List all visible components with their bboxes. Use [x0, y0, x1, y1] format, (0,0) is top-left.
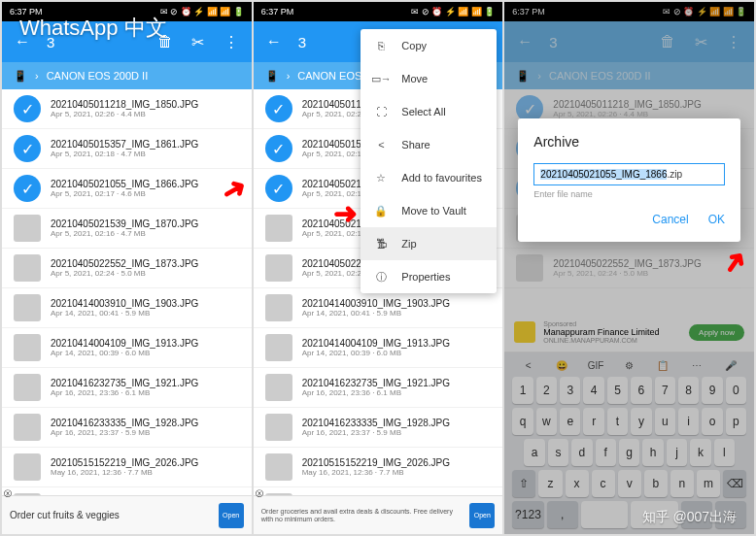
archive-dialog: Archive 20210405021055_IMG_1866.zip Ente…: [518, 118, 740, 242]
input-hint: Enter file name: [533, 189, 725, 199]
file-item[interactable]: 20210416233335_IMG_1928.JPG Apr 16, 2021…: [254, 408, 503, 448]
file-meta: Apr 14, 2021, 00:41 · 5.9 MB: [302, 309, 492, 318]
file-thumbnail: [265, 374, 292, 401]
device-icon: 📱: [14, 70, 27, 83]
file-item[interactable]: 20210416233335_IMG_1928.JPG Apr 16, 2021…: [2, 408, 252, 448]
device-icon: 📱: [265, 70, 279, 83]
trash-icon[interactable]: 🗑: [156, 33, 174, 50]
ad-close-icon[interactable]: ⓧ: [4, 488, 14, 498]
menu-item-add-to-favourites[interactable]: ☆Add to favourites: [361, 161, 497, 194]
chevron-icon: ›: [35, 70, 39, 82]
ad-close-icon[interactable]: ⓧ: [256, 488, 265, 498]
file-item[interactable]: 20210515152219_IMG_2026.JPG May 16, 2021…: [254, 448, 503, 487]
cancel-button[interactable]: Cancel: [652, 213, 688, 226]
menu-label: Properties: [401, 271, 450, 283]
file-meta: Apr 5, 2021, 02:16 · 4.7 MB: [51, 229, 240, 238]
file-item[interactable]: 20210414004109_IMG_1913.JPG Apr 14, 2021…: [254, 328, 503, 368]
file-meta: Apr 16, 2021, 23:36 · 6.1 MB: [302, 388, 492, 397]
ad-title: Order groceries and avail extra deals & …: [261, 508, 464, 522]
menu-label: Zip: [401, 238, 416, 250]
file-name: 20210414004109_IMG_1913.JPG: [302, 338, 492, 349]
file-meta: Apr 16, 2021, 23:37 · 5.9 MB: [51, 428, 240, 437]
file-item[interactable]: ✓ 20210405015357_IMG_1861.JPG Apr 5, 202…: [2, 129, 252, 169]
menu-item-properties[interactable]: ⓘProperties: [361, 260, 497, 293]
file-item[interactable]: ✓ 20210405021055_IMG_1866.JPG Apr 5, 202…: [2, 169, 252, 209]
file-meta: Apr 5, 2021, 02:26 · 4.4 MB: [51, 110, 240, 118]
ok-button[interactable]: OK: [708, 213, 725, 226]
menu-item-share[interactable]: <Share: [361, 128, 497, 161]
back-icon[interactable]: ←: [14, 33, 31, 50]
file-item[interactable]: 20210416232735_IMG_1921.JPG Apr 16, 2021…: [254, 368, 503, 408]
menu-label: Move to Vault: [401, 205, 465, 217]
file-thumbnail: [14, 414, 41, 441]
properties-icon: ⓘ: [374, 270, 388, 284]
file-name: 20210405022552_IMG_1873.JPG: [51, 258, 240, 269]
input-extension: .zip: [667, 169, 682, 180]
breadcrumb[interactable]: 📱 › CANON EOS 200D II: [2, 62, 252, 89]
file-item[interactable]: 20210604212934_IMG_2142.JPG: [254, 487, 503, 495]
status-icons: ✉ ⊘ ⏰ ⚡ 📶 📶 🔋: [411, 7, 495, 17]
dialog-overlay: [504, 2, 754, 534]
file-meta: Apr 16, 2021, 23:37 · 5.9 MB: [302, 428, 492, 437]
file-item[interactable]: 20210416232735_IMG_1921.JPG Apr 16, 2021…: [2, 368, 252, 408]
cut-icon[interactable]: ✂: [189, 33, 207, 50]
status-bar: 6:37 PM ✉ ⊘ ⏰ ⚡ 📶 📶 🔋: [2, 2, 252, 21]
menu-label: Move: [401, 73, 428, 84]
file-name: 20210405021539_IMG_1870.JPG: [51, 218, 240, 229]
file-thumbnail: [14, 254, 41, 282]
file-item[interactable]: ✓ 20210405011218_IMG_1850.JPG Apr 5, 202…: [2, 89, 252, 129]
file-name: 20210416233335_IMG_1928.JPG: [302, 418, 492, 428]
file-thumbnail: [14, 294, 41, 321]
file-thumbnail: [265, 414, 292, 441]
status-time: 6:37 PM: [10, 7, 43, 17]
file-item[interactable]: 20210604212934_IMG_2142.JPG: [2, 487, 252, 495]
checkmark-icon: ✓: [14, 135, 41, 162]
dialog-title: Archive: [533, 134, 725, 150]
file-thumbnail: [14, 453, 41, 481]
file-name: 20210414004109_IMG_1913.JPG: [51, 338, 240, 349]
file-thumbnail: [265, 334, 292, 361]
move-icon: ▭→: [374, 72, 388, 85]
menu-item-move-to-vault[interactable]: 🔒Move to Vault: [361, 194, 497, 227]
ad-banner[interactable]: ⓧ Order cut fruits & veggies Open: [2, 495, 252, 534]
file-name: 20210416232735_IMG_1921.JPG: [302, 378, 492, 388]
ad-logo: Open: [469, 503, 495, 528]
filename-input[interactable]: 20210405021055_IMG_1866.zip: [533, 163, 725, 185]
file-name: 20210515152219_IMG_2026.JPG: [51, 457, 240, 468]
file-item[interactable]: 20210515152219_IMG_2026.JPG May 16, 2021…: [2, 448, 252, 487]
menu-item-copy[interactable]: ⎘Copy: [361, 29, 497, 62]
file-item[interactable]: 20210414003910_IMG_1903.JPG Apr 14, 2021…: [2, 288, 252, 328]
status-icons: ✉ ⊘ ⏰ ⚡ 📶 📶 🔋: [160, 7, 244, 17]
file-meta: Apr 5, 2021, 02:18 · 4.7 MB: [51, 150, 240, 158]
checkmark-icon: ✓: [14, 175, 41, 202]
file-name: 20210405011218_IMG_1850.JPG: [51, 99, 240, 110]
file-item[interactable]: 20210405021539_IMG_1870.JPG Apr 5, 2021,…: [2, 209, 252, 249]
status-time: 6:37 PM: [261, 7, 294, 17]
menu-item-select-all[interactable]: ⛶Select All: [361, 95, 497, 128]
zip-icon: 🗜: [374, 237, 388, 251]
back-icon[interactable]: ←: [265, 33, 283, 50]
ad-banner[interactable]: ⓧ Order groceries and avail extra deals …: [254, 495, 503, 534]
file-name: 20210515152219_IMG_2026.JPG: [302, 457, 492, 468]
file-thumbnail: [265, 254, 292, 282]
phone-screen-1: 6:37 PM ✉ ⊘ ⏰ ⚡ 📶 📶 🔋 ← 3 🗑 ✂ ⋮ 📱 › CANO…: [2, 2, 252, 534]
file-meta: May 16, 2021, 12:36 · 7.7 MB: [51, 468, 240, 477]
menu-item-move[interactable]: ▭→Move: [361, 62, 497, 95]
file-thumbnail: [14, 215, 41, 242]
checkmark-icon: ✓: [265, 175, 292, 202]
chevron-icon: ›: [287, 70, 291, 82]
file-item[interactable]: 20210405022552_IMG_1873.JPG Apr 5, 2021,…: [2, 249, 252, 288]
move-to-vault-icon: 🔒: [374, 204, 388, 218]
menu-item-zip[interactable]: 🗜Zip: [361, 227, 497, 260]
file-meta: Apr 5, 2021, 02:24 · 5.0 MB: [51, 269, 240, 278]
ad-logo: Open: [219, 503, 244, 528]
more-icon[interactable]: ⋮: [223, 33, 240, 50]
file-item[interactable]: 20210414003910_IMG_1903.JPG Apr 14, 2021…: [254, 288, 503, 328]
file-item[interactable]: 20210414004109_IMG_1913.JPG Apr 14, 2021…: [2, 328, 252, 368]
menu-label: Select All: [401, 106, 445, 117]
file-list[interactable]: ✓ 20210405011218_IMG_1850.JPG Apr 5, 202…: [2, 89, 252, 495]
checkmark-icon: ✓: [265, 135, 292, 162]
file-name: 20210414003910_IMG_1903.JPG: [302, 298, 492, 309]
checkmark-icon: ✓: [14, 95, 41, 122]
menu-label: Add to favourites: [401, 172, 482, 184]
